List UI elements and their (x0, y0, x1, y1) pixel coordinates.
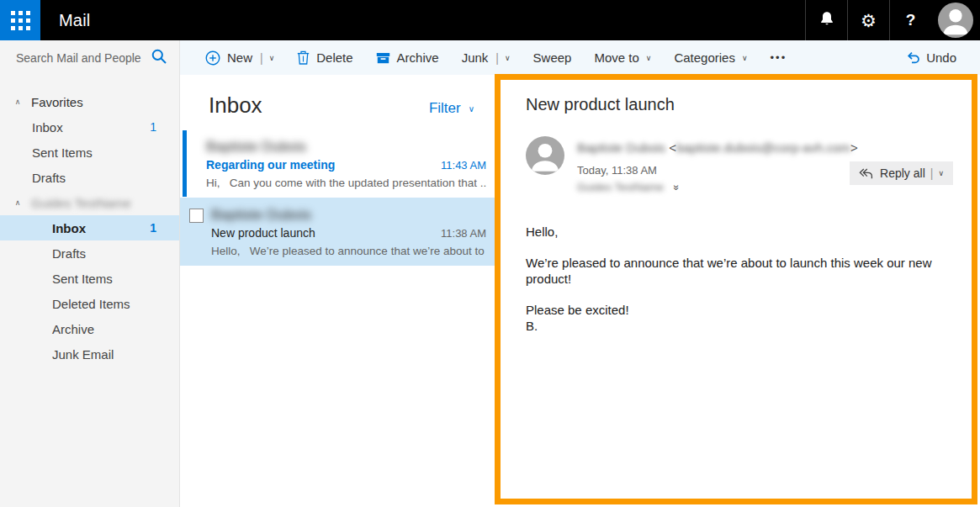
sender-line: Baptiste Dubois <baptiste.dubois@corp-av… (577, 140, 858, 155)
help-icon: ? (906, 11, 916, 29)
chevron-down-icon: ∨ (742, 54, 748, 62)
search-icon[interactable] (151, 48, 167, 68)
message-time: 11:43 AM (441, 157, 486, 173)
chevron-down-icon[interactable]: ∨ (505, 54, 511, 62)
message-time: 11:38 AM (441, 225, 486, 241)
reading-pane-highlighted: New product launch Baptiste Dubois <bapt… (495, 74, 977, 504)
undo-label: Undo (926, 50, 956, 65)
body-paragraph: We’re pleased to announce that we’re abo… (526, 255, 946, 287)
undo-icon (907, 51, 920, 64)
unread-count-badge: 1 (150, 221, 156, 235)
app-launcher-button[interactable] (0, 0, 40, 40)
ellipsis-icon: ••• (771, 51, 787, 64)
categories-button[interactable]: Categories ∨ (674, 50, 747, 65)
message-list-item-selected[interactable]: Baptiste Dubois New product launch 11:38… (180, 198, 495, 266)
mail-app-window: Mail ⚙ ? (0, 0, 980, 507)
body-signature: B. (526, 318, 946, 334)
bracket-close: > (850, 140, 858, 155)
sweep-button[interactable]: Sweep (533, 50, 572, 65)
delete-label: Delete (316, 50, 352, 65)
new-message-button[interactable]: New | ∨ (205, 50, 274, 66)
sidebar-item-deleted-items[interactable]: Deleted Items (0, 291, 179, 316)
delete-button[interactable]: Delete (297, 50, 352, 65)
junk-label: Junk (462, 50, 489, 65)
reply-all-label: Reply all (880, 166, 925, 180)
folder-label: Archive (52, 322, 94, 336)
categories-label: Categories (674, 50, 735, 65)
sender-name: Baptiste Dubois (577, 140, 665, 155)
divider: | (495, 51, 499, 65)
sidebar-item-archive[interactable]: Archive (0, 316, 179, 341)
reply-all-icon (859, 168, 873, 179)
reply-all-button[interactable]: Reply all | ∨ (850, 161, 953, 185)
folder-label: Deleted Items (52, 297, 130, 311)
junk-button[interactable]: Junk | ∨ (462, 50, 511, 65)
message-subject: New product launch (211, 225, 315, 241)
favorites-section-header[interactable]: ∧ Favorites (0, 89, 179, 114)
message-sender: Baptiste Dubois (206, 137, 486, 156)
circle-plus-icon (205, 50, 220, 66)
folder-sidebar: Search Mail and People ∧ Favorites Inbox… (0, 40, 180, 507)
collapse-icon: ∧ (13, 198, 22, 207)
chevron-down-icon: ∨ (469, 104, 474, 114)
folder-label: Inbox (32, 120, 63, 135)
sidebar-item-inbox[interactable]: Inbox 1 (0, 215, 179, 240)
bracket-open: < (669, 140, 676, 155)
notifications-button[interactable] (805, 0, 847, 40)
list-title: Inbox (209, 92, 262, 119)
chevron-down-icon: ∨ (646, 54, 652, 62)
more-commands-button[interactable]: ••• (771, 51, 787, 64)
unread-count-badge: 1 (150, 120, 156, 134)
message-subject-title: New product launch (526, 95, 946, 114)
sender-email: baptiste.dubois@corp-avh.com (676, 140, 850, 155)
folder-label: Inbox (52, 221, 86, 235)
sidebar-item-drafts[interactable]: Drafts (0, 240, 179, 266)
expand-details-icon[interactable]: » (670, 184, 682, 190)
message-body: Hello, We’re pleased to announce that we… (526, 224, 946, 334)
message-subject: Regarding our meeting (206, 157, 335, 173)
message-list-item-unread[interactable]: Baptiste Dubois Regarding our meeting 11… (180, 129, 495, 198)
filter-button[interactable]: Filter ∨ (429, 100, 474, 117)
folder-label: Sent Items (52, 272, 113, 286)
chevron-down-icon[interactable]: ∨ (938, 169, 944, 177)
move-to-button[interactable]: Move to ∨ (594, 50, 651, 65)
sidebar-item-sent-items[interactable]: Sent Items (0, 266, 179, 291)
top-app-bar: Mail ⚙ ? (0, 0, 980, 40)
sidebar-item-favorites-inbox[interactable]: Inbox 1 (0, 114, 179, 140)
archive-icon (376, 52, 390, 64)
sender-avatar-icon (526, 136, 564, 175)
undo-button[interactable]: Undo (907, 50, 956, 65)
recipient-name: Guides TestName (577, 181, 664, 193)
sidebar-item-favorites-sent-items[interactable]: Sent Items (0, 140, 179, 165)
message-checkbox[interactable] (189, 209, 204, 223)
folder-nav: ∧ Favorites Inbox 1 Sent Items Drafts ∧ … (0, 76, 179, 367)
divider: | (260, 51, 263, 65)
body-paragraph: Please be excited! (526, 302, 946, 318)
trash-icon (297, 50, 310, 65)
sweep-label: Sweep (533, 50, 572, 65)
sidebar-item-favorites-drafts[interactable]: Drafts (0, 165, 179, 190)
bell-icon (818, 10, 835, 30)
message-list-pane: Inbox Filter ∨ Baptiste Dubois Regarding… (180, 75, 495, 507)
archive-label: Archive (397, 50, 439, 65)
app-launcher-grid-icon (11, 11, 30, 30)
search-input[interactable]: Search Mail and People (0, 40, 179, 76)
account-avatar-button[interactable] (931, 0, 980, 40)
message-date: Today, 11:38 AM (577, 164, 858, 177)
folder-label: Drafts (32, 171, 66, 185)
message-header: Baptiste Dubois <baptiste.dubois@corp-av… (526, 136, 946, 193)
message-preview: Hi, Can you come with the updated presen… (206, 175, 486, 191)
message-preview: Hello, We’re pleased to announce that we… (211, 243, 486, 259)
new-label: New (227, 50, 252, 65)
account-section-header[interactable]: ∧ Guides TestName (0, 190, 179, 215)
sidebar-item-junk-email[interactable]: Junk Email (0, 341, 179, 367)
help-button[interactable]: ? (889, 0, 931, 40)
archive-button[interactable]: Archive (376, 50, 439, 65)
chevron-down-icon[interactable]: ∨ (269, 54, 275, 62)
message-sender: Baptiste Dubois (211, 205, 486, 224)
collapse-icon: ∧ (13, 98, 22, 106)
folder-label: Sent Items (32, 145, 93, 160)
folder-label: Junk Email (52, 347, 114, 362)
folder-label: Drafts (52, 246, 86, 261)
settings-button[interactable]: ⚙ (847, 0, 889, 40)
